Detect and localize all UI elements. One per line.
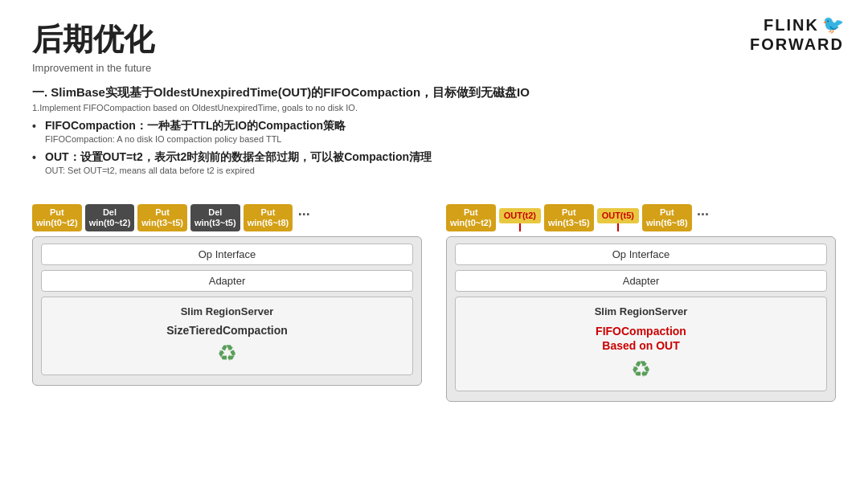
out-t2-label: OUT(t2) (499, 208, 541, 223)
diagrams-container: Put win(t0~t2) Del win(t0~t2) Put win(t3… (32, 190, 836, 402)
right-region-server-label: Slim RegionServer (464, 305, 818, 317)
out-t5-label: OUT(t5) (597, 208, 639, 223)
right-recycle-icon: ♻ (464, 356, 818, 383)
section-subheader: 1.Implement FIFOCompaction based on Olde… (32, 103, 836, 113)
right-inner-box: Slim RegionServer FIFOCompaction Based o… (455, 297, 827, 391)
left-op-interface: Op Interface (41, 244, 413, 265)
bullet-1: • FIFOCompaction：一种基于TTL的无IO的Compaction策… (32, 119, 836, 149)
out-t2-connector (519, 223, 521, 231)
right-diagram: Put win(t0~t2) OUT(t2) Put win(t3~t5) OU… (446, 190, 836, 402)
right-tags-row: Put win(t0~t2) OUT(t2) Put win(t3~t5) OU… (446, 190, 836, 231)
left-tag-2: Del win(t0~t2) (85, 204, 135, 231)
left-tag-1: Put win(t0~t2) (32, 204, 82, 231)
logo: FLINK 🐦 FORWARD (750, 14, 844, 53)
bullet-2: • OUT：设置OUT=t2，表示t2时刻前的数据全部过期，可以被Compact… (32, 150, 836, 180)
left-tag-5: Put win(t6~t8) (244, 204, 293, 231)
section-header: 一. SlimBase实现基于OldestUnexpiredTime(OUT)的… (32, 85, 836, 100)
logo-bird-icon: 🐦 (822, 14, 844, 35)
left-diagram: Put win(t0~t2) Del win(t0~t2) Put win(t3… (32, 190, 422, 402)
left-tag-3: Put win(t3~t5) (137, 204, 187, 231)
right-fifo-label: FIFOCompaction Based on OUT (464, 324, 818, 353)
bullet-1-sub: FIFOCompaction: A no disk IO compaction … (45, 134, 836, 144)
out-t5-connector (617, 223, 619, 231)
bullet-2-sub: OUT: Set OUT=t2, means all data before t… (45, 166, 836, 175)
out-t2-wrapper: OUT(t2) (499, 208, 541, 231)
right-box-area: Op Interface Adapter Slim RegionServer F… (446, 236, 836, 402)
left-ellipsis: ... (296, 203, 312, 219)
left-tags-row: Put win(t0~t2) Del win(t0~t2) Put win(t3… (32, 190, 422, 231)
left-region-server-label: Slim RegionServer (50, 305, 404, 317)
logo-text2: FORWARD (750, 35, 844, 53)
right-op-interface: Op Interface (455, 244, 827, 265)
right-tag-1: Put win(t0~t2) (446, 204, 496, 231)
right-tag-2: Put win(t3~t5) (544, 204, 594, 231)
left-tag-4: Del win(t3~t5) (190, 204, 240, 231)
bullet-1-main: FIFOCompaction：一种基于TTL的无IO的Compaction策略 (45, 119, 836, 133)
left-adapter: Adapter (41, 270, 413, 292)
main-title: 后期优化 (32, 19, 836, 60)
left-recycle-icon: ♻ (50, 340, 404, 366)
right-tag-3: Put win(t6~t8) (642, 204, 692, 231)
subtitle: Improvement in the future (32, 62, 836, 74)
right-adapter: Adapter (455, 270, 827, 292)
out-t5-wrapper: OUT(t5) (597, 208, 639, 231)
left-inner-box: Slim RegionServer SizeTieredCompaction ♻ (41, 297, 413, 375)
logo-text: FLINK (764, 16, 819, 34)
page: FLINK 🐦 FORWARD 后期优化 Improvement in the … (0, 0, 868, 483)
left-compaction-label: SizeTieredCompaction (50, 324, 404, 337)
right-ellipsis: ... (695, 203, 711, 219)
bullet-2-main: OUT：设置OUT=t2，表示t2时刻前的数据全部过期，可以被Compactio… (45, 150, 836, 165)
left-box-area: Op Interface Adapter Slim RegionServer S… (32, 236, 422, 386)
